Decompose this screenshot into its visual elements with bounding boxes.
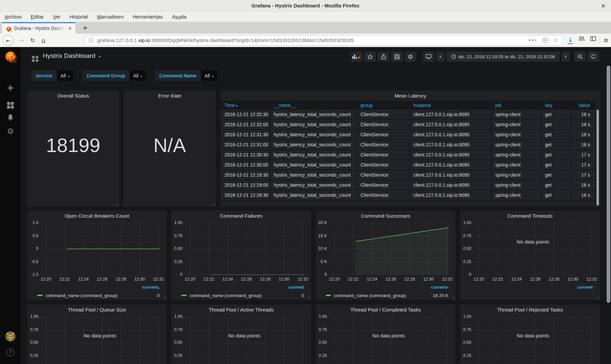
column-header-group[interactable]: group	[357, 103, 410, 108]
table-cell: spring-client	[491, 120, 541, 129]
filter-label-service[interactable]: Service	[31, 70, 57, 81]
forward-button[interactable]: →	[17, 35, 26, 46]
sidebars-icon[interactable]	[588, 35, 598, 45]
home-button[interactable]: ⌂	[39, 35, 48, 46]
filter-value-dropdown[interactable]: All▾	[57, 70, 73, 81]
column-header-key[interactable]: key	[541, 103, 571, 108]
series-color-dash[interactable]	[326, 295, 331, 296]
page-scrollbar[interactable]	[607, 66, 610, 303]
panel-title[interactable]: Command Timeouts	[460, 213, 600, 219]
dashboards-icon[interactable]	[0, 100, 21, 109]
table-row[interactable]: 2018-12-21 12:30:30hystrix_latency_total…	[221, 150, 596, 160]
add-panel-button[interactable]: +	[351, 51, 362, 62]
dashboard-title[interactable]: Hystrix Dashboard▾	[43, 52, 101, 60]
filter-value-dropdown[interactable]: All▾	[201, 70, 217, 81]
panel-title[interactable]: Open Circuit Breakers Count	[27, 213, 167, 219]
menu-archivo[interactable]: Archivo	[5, 11, 22, 22]
refresh-button[interactable]	[588, 51, 599, 62]
series-name[interactable]: command_name (command_group)	[334, 293, 406, 298]
filter-label-command-group[interactable]: Command Group	[82, 70, 129, 81]
dashboard-settings-button[interactable]: ⚙	[405, 51, 416, 62]
time-back-button[interactable]: ‹	[436, 51, 444, 62]
bookmark-star-icon[interactable]: ☆	[553, 36, 558, 45]
create-plus-icon[interactable]: +	[0, 83, 21, 92]
filter-value-dropdown[interactable]: All▾	[130, 70, 146, 81]
table-row[interactable]: 2018-12-21 12:32:00hystrix_latency_total…	[221, 120, 596, 130]
reload-button[interactable]: ↻	[28, 35, 37, 46]
menu-marcadores[interactable]: Marcadores	[97, 11, 124, 22]
panel-title[interactable]: Command Successes	[316, 213, 455, 219]
panel-title[interactable]: Thread Pool / Completed Tasks	[316, 307, 455, 313]
no-data-points-text: No data points	[473, 333, 593, 338]
downloads-icon[interactable]: ↓	[566, 35, 575, 45]
dashboard-grid-icon[interactable]	[32, 54, 39, 62]
save-dashboard-button[interactable]	[391, 51, 403, 62]
menu-historial[interactable]: Historial	[70, 11, 88, 22]
legend-sort-current[interactable]: current	[288, 285, 304, 290]
time-range-picker[interactable]: dic. 21, 2018 12:19:25 to dic. 21, 2018 …	[446, 51, 559, 62]
grafana-logo-icon[interactable]	[0, 50, 21, 64]
column-header-name[interactable]: __name__	[270, 103, 357, 108]
panel-title[interactable]: Error Rate	[124, 93, 216, 99]
share-dashboard-button[interactable]	[378, 51, 389, 62]
menu-editar[interactable]: Editar	[31, 11, 44, 22]
legend-sort-current[interactable]: current▴	[142, 285, 160, 290]
table-cell: ClientService	[357, 120, 410, 129]
star-icon	[367, 54, 373, 60]
menu-ver[interactable]: Ver	[53, 11, 61, 22]
table-row[interactable]: 2018-12-21 12:28:30hystrix_latency_total…	[221, 190, 596, 201]
new-tab-button[interactable]: +	[80, 22, 90, 34]
no-data-points-text: No data points	[184, 333, 304, 338]
panel-title[interactable]: Overall Status	[27, 93, 119, 99]
menu-herramientas[interactable]: Herramientas	[133, 11, 163, 22]
table-row[interactable]: 2018-12-21 12:29:00hystrix_latency_total…	[221, 180, 596, 190]
column-header-job[interactable]: job	[491, 103, 541, 108]
table-row[interactable]: 2018-12-21 12:31:30hystrix_latency_total…	[221, 130, 596, 140]
filter-label-command-name[interactable]: Command Name	[155, 70, 201, 81]
table-cell: get	[541, 110, 571, 119]
star-dashboard-button[interactable]	[364, 51, 376, 62]
pocket-icon[interactable]: ∨	[543, 38, 548, 43]
panel-overall-status: Overall Status 18199	[27, 90, 119, 207]
time-forward-button[interactable]: ›	[562, 51, 570, 62]
legend-sort-current[interactable]: current	[577, 285, 593, 290]
alerting-bell-icon[interactable]	[0, 114, 21, 122]
table-row[interactable]: 2018-12-21 12:31:00hystrix_latency_total…	[221, 140, 596, 150]
panel-title[interactable]: Mean Latency	[220, 93, 600, 99]
page-actions-icon[interactable]: •••	[528, 36, 537, 45]
user-avatar[interactable]	[0, 331, 21, 343]
series-name[interactable]: command_name (command_group)	[190, 293, 262, 298]
panel-title[interactable]: Thread Pool / Active Threads	[171, 307, 311, 313]
zoom-out-button[interactable]	[574, 51, 586, 62]
hamburger-menu-icon[interactable]: ≡	[601, 35, 611, 45]
legend-sort-current[interactable]: current▾	[431, 285, 448, 290]
table-row[interactable]: 2018-12-21 12:32:30hystrix_latency_total…	[221, 110, 596, 120]
series-name[interactable]: command_name (command_group)	[45, 293, 118, 298]
panel-title[interactable]: Thread Pool / Queue Size	[27, 307, 167, 313]
back-button[interactable]: ←	[3, 35, 13, 46]
table-row[interactable]: 2018-12-21 12:29:30hystrix_latency_total…	[221, 170, 596, 180]
site-info-icon[interactable]: ⓘ	[89, 36, 94, 45]
column-header-instance[interactable]: instance	[410, 103, 491, 108]
configuration-gear-icon[interactable]: ⚙	[0, 127, 21, 135]
tab-grafana[interactable]: Grafana - Hystrix Dashbo ×	[2, 22, 75, 34]
library-icon[interactable]	[577, 35, 586, 45]
table-cell: 2018-12-21 12:32:30	[221, 110, 270, 119]
column-header-value[interactable]: Value	[571, 103, 596, 108]
url-bar[interactable]: ⓘ grafana.127.0.0.1.xip.io:3000/d/DqrjMN…	[85, 35, 563, 45]
table-cell: 2018-12-21 12:32:00	[221, 120, 270, 129]
series-current-value: 0	[301, 293, 304, 298]
panel-command-successes: Command Successes20 K15 K10 K5 K012:2012…	[316, 211, 455, 300]
table-row[interactable]: 2018-12-21 12:30:00hystrix_latency_total…	[221, 160, 596, 170]
series-color-dash[interactable]	[181, 295, 186, 296]
column-header-time[interactable]: Time ▾	[221, 103, 270, 108]
series-color-dash[interactable]	[37, 295, 42, 296]
help-icon[interactable]: ?	[0, 349, 21, 356]
table-scrollbar[interactable]	[597, 110, 599, 206]
window-close-icon[interactable]: ×	[601, 0, 606, 11]
cycle-view-mode-button[interactable]	[423, 51, 434, 62]
panel-title[interactable]: Command Failures	[171, 213, 311, 219]
tab-close-icon[interactable]: ×	[68, 23, 72, 34]
panel-title[interactable]: Thread Pool / Rejected Tasks	[460, 307, 600, 313]
menu-ayuda[interactable]: Ayuda	[172, 11, 186, 22]
